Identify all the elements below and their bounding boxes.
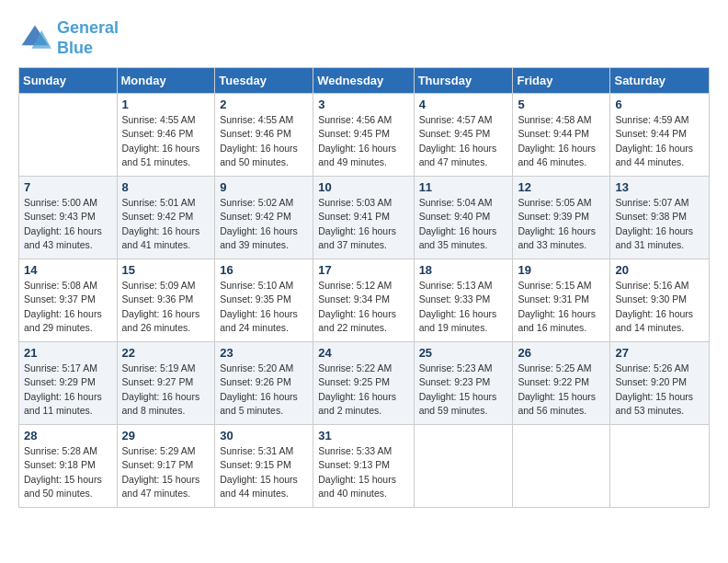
- day-info: Sunrise: 5:01 AMSunset: 9:42 PMDaylight:…: [122, 196, 210, 252]
- calendar-cell: 23Sunrise: 5:20 AMSunset: 9:26 PMDayligh…: [215, 342, 313, 425]
- day-info: Sunrise: 5:02 AMSunset: 9:42 PMDaylight:…: [220, 196, 308, 252]
- day-info: Sunrise: 5:05 AMSunset: 9:39 PMDaylight:…: [518, 196, 605, 252]
- day-number: 19: [518, 263, 605, 277]
- day-info: Sunrise: 5:19 AMSunset: 9:27 PMDaylight:…: [122, 362, 210, 418]
- day-number: 17: [318, 263, 408, 277]
- calendar-cell: 27Sunrise: 5:26 AMSunset: 9:20 PMDayligh…: [610, 342, 710, 425]
- calendar-cell: 22Sunrise: 5:19 AMSunset: 9:27 PMDayligh…: [117, 342, 215, 425]
- calendar-cell: 3Sunrise: 4:56 AMSunset: 9:45 PMDaylight…: [313, 94, 414, 177]
- calendar-cell: 12Sunrise: 5:05 AMSunset: 9:39 PMDayligh…: [513, 177, 610, 259]
- calendar-week-4: 21Sunrise: 5:17 AMSunset: 9:29 PMDayligh…: [19, 342, 710, 425]
- day-info: Sunrise: 5:13 AMSunset: 9:33 PMDaylight:…: [419, 279, 508, 335]
- day-number: 30: [220, 429, 308, 442]
- day-number: 28: [24, 429, 112, 442]
- calendar-cell: 24Sunrise: 5:22 AMSunset: 9:25 PMDayligh…: [313, 342, 414, 425]
- day-info: Sunrise: 5:20 AMSunset: 9:26 PMDaylight:…: [220, 362, 308, 418]
- day-info: Sunrise: 5:33 AMSunset: 9:13 PMDaylight:…: [318, 444, 408, 500]
- day-info: Sunrise: 5:28 AMSunset: 9:18 PMDaylight:…: [24, 444, 112, 500]
- calendar-cell: 29Sunrise: 5:29 AMSunset: 9:17 PMDayligh…: [117, 425, 215, 508]
- day-number: 16: [220, 263, 308, 277]
- calendar-cell: 7Sunrise: 5:00 AMSunset: 9:43 PMDaylight…: [19, 177, 118, 259]
- day-number: 15: [122, 263, 210, 277]
- day-info: Sunrise: 5:12 AMSunset: 9:34 PMDaylight:…: [318, 279, 408, 335]
- day-number: 29: [122, 429, 210, 442]
- logo-text: General Blue: [57, 18, 119, 58]
- calendar-cell: 14Sunrise: 5:08 AMSunset: 9:37 PMDayligh…: [19, 259, 118, 342]
- day-number: 14: [24, 263, 112, 277]
- day-info: Sunrise: 5:10 AMSunset: 9:35 PMDaylight:…: [220, 279, 308, 335]
- day-info: Sunrise: 5:07 AMSunset: 9:38 PMDaylight:…: [615, 196, 704, 252]
- calendar-cell: [19, 94, 118, 177]
- calendar-cell: 16Sunrise: 5:10 AMSunset: 9:35 PMDayligh…: [215, 259, 313, 342]
- day-number: 21: [24, 346, 112, 360]
- calendar-cell: 21Sunrise: 5:17 AMSunset: 9:29 PMDayligh…: [19, 342, 118, 425]
- day-info: Sunrise: 5:31 AMSunset: 9:15 PMDaylight:…: [220, 444, 308, 500]
- day-number: 2: [220, 98, 308, 111]
- day-info: Sunrise: 5:23 AMSunset: 9:23 PMDaylight:…: [419, 362, 508, 418]
- day-number: 20: [615, 263, 704, 277]
- day-number: 4: [419, 98, 508, 111]
- day-info: Sunrise: 5:03 AMSunset: 9:41 PMDaylight:…: [318, 196, 408, 252]
- column-header-sunday: Sunday: [19, 68, 118, 94]
- day-info: Sunrise: 5:26 AMSunset: 9:20 PMDaylight:…: [615, 362, 704, 418]
- calendar-cell: [610, 425, 710, 508]
- day-number: 22: [122, 346, 210, 360]
- calendar-cell: 10Sunrise: 5:03 AMSunset: 9:41 PMDayligh…: [313, 177, 414, 259]
- column-header-friday: Friday: [513, 68, 610, 94]
- day-number: 11: [419, 180, 508, 194]
- day-number: 26: [518, 346, 605, 360]
- day-info: Sunrise: 4:56 AMSunset: 9:45 PMDaylight:…: [318, 113, 408, 169]
- day-info: Sunrise: 5:16 AMSunset: 9:30 PMDaylight:…: [615, 279, 704, 335]
- day-number: 3: [318, 98, 408, 111]
- day-number: 25: [419, 346, 508, 360]
- calendar-week-5: 28Sunrise: 5:28 AMSunset: 9:18 PMDayligh…: [19, 425, 710, 508]
- day-info: Sunrise: 5:17 AMSunset: 9:29 PMDaylight:…: [24, 362, 112, 418]
- calendar-cell: 18Sunrise: 5:13 AMSunset: 9:33 PMDayligh…: [414, 259, 513, 342]
- calendar-body: 1Sunrise: 4:55 AMSunset: 9:46 PMDaylight…: [19, 94, 710, 508]
- calendar-cell: 30Sunrise: 5:31 AMSunset: 9:15 PMDayligh…: [215, 425, 313, 508]
- day-info: Sunrise: 5:22 AMSunset: 9:25 PMDaylight:…: [318, 362, 408, 418]
- day-number: 12: [518, 180, 605, 194]
- calendar-table: SundayMondayTuesdayWednesdayThursdayFrid…: [18, 67, 710, 508]
- calendar-cell: 17Sunrise: 5:12 AMSunset: 9:34 PMDayligh…: [313, 259, 414, 342]
- calendar-cell: 31Sunrise: 5:33 AMSunset: 9:13 PMDayligh…: [313, 425, 414, 508]
- calendar-week-2: 7Sunrise: 5:00 AMSunset: 9:43 PMDaylight…: [19, 177, 710, 259]
- column-header-wednesday: Wednesday: [313, 68, 414, 94]
- day-info: Sunrise: 5:08 AMSunset: 9:37 PMDaylight:…: [24, 279, 112, 335]
- calendar-week-1: 1Sunrise: 4:55 AMSunset: 9:46 PMDaylight…: [19, 94, 710, 177]
- day-info: Sunrise: 4:57 AMSunset: 9:45 PMDaylight:…: [419, 113, 508, 169]
- column-header-thursday: Thursday: [414, 68, 513, 94]
- day-info: Sunrise: 5:29 AMSunset: 9:17 PMDaylight:…: [122, 444, 210, 500]
- calendar-cell: 13Sunrise: 5:07 AMSunset: 9:38 PMDayligh…: [610, 177, 710, 259]
- day-info: Sunrise: 5:04 AMSunset: 9:40 PMDaylight:…: [419, 196, 508, 252]
- calendar-cell: 25Sunrise: 5:23 AMSunset: 9:23 PMDayligh…: [414, 342, 513, 425]
- day-info: Sunrise: 4:55 AMSunset: 9:46 PMDaylight:…: [122, 113, 210, 169]
- calendar-cell: [513, 425, 610, 508]
- day-number: 27: [615, 346, 704, 360]
- day-info: Sunrise: 5:09 AMSunset: 9:36 PMDaylight:…: [122, 279, 210, 335]
- calendar-cell: 28Sunrise: 5:28 AMSunset: 9:18 PMDayligh…: [19, 425, 118, 508]
- column-header-monday: Monday: [117, 68, 215, 94]
- calendar-header: SundayMondayTuesdayWednesdayThursdayFrid…: [19, 68, 710, 94]
- calendar-cell: 5Sunrise: 4:58 AMSunset: 9:44 PMDaylight…: [513, 94, 610, 177]
- day-number: 31: [318, 429, 408, 442]
- calendar-cell: 15Sunrise: 5:09 AMSunset: 9:36 PMDayligh…: [117, 259, 215, 342]
- day-info: Sunrise: 5:00 AMSunset: 9:43 PMDaylight:…: [24, 196, 112, 252]
- logo-icon: [18, 22, 51, 55]
- day-number: 8: [122, 180, 210, 194]
- day-number: 10: [318, 180, 408, 194]
- column-header-saturday: Saturday: [610, 68, 710, 94]
- day-number: 6: [615, 98, 704, 111]
- day-info: Sunrise: 5:25 AMSunset: 9:22 PMDaylight:…: [518, 362, 605, 418]
- day-number: 9: [220, 180, 308, 194]
- day-number: 7: [24, 180, 112, 194]
- calendar-cell: 19Sunrise: 5:15 AMSunset: 9:31 PMDayligh…: [513, 259, 610, 342]
- calendar-cell: 20Sunrise: 5:16 AMSunset: 9:30 PMDayligh…: [610, 259, 710, 342]
- day-number: 5: [518, 98, 605, 111]
- calendar-cell: 8Sunrise: 5:01 AMSunset: 9:42 PMDaylight…: [117, 177, 215, 259]
- calendar-cell: 4Sunrise: 4:57 AMSunset: 9:45 PMDaylight…: [414, 94, 513, 177]
- day-number: 24: [318, 346, 408, 360]
- day-number: 13: [615, 180, 704, 194]
- calendar-cell: 9Sunrise: 5:02 AMSunset: 9:42 PMDaylight…: [215, 177, 313, 259]
- day-number: 1: [122, 98, 210, 111]
